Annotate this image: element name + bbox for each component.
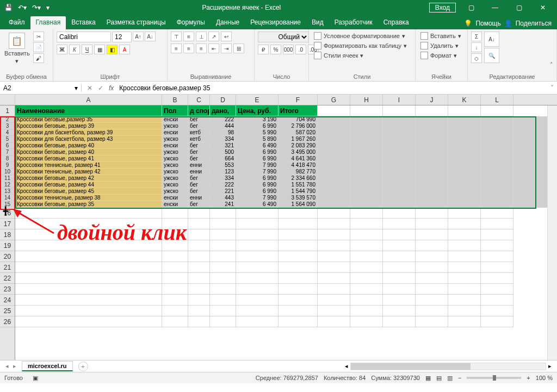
select-all-corner[interactable] bbox=[0, 95, 15, 105]
cell[interactable] bbox=[448, 240, 481, 251]
row-header[interactable]: 25 bbox=[0, 306, 15, 316]
cell[interactable] bbox=[350, 105, 383, 116]
cell[interactable] bbox=[481, 229, 513, 240]
cell[interactable] bbox=[416, 295, 448, 306]
cell[interactable] bbox=[350, 219, 383, 229]
cell[interactable]: енски bbox=[162, 195, 188, 201]
format-as-table-button[interactable]: Форматировать как таблицу▾ bbox=[312, 41, 409, 50]
qat-customize-icon[interactable]: ▾ bbox=[46, 4, 49, 11]
cell[interactable] bbox=[448, 316, 481, 327]
enter-formula-icon[interactable]: ✓ bbox=[98, 84, 103, 92]
paste-button[interactable]: 📋 Вставить ▾ bbox=[3, 32, 31, 66]
cell[interactable]: 4 418 470 bbox=[278, 162, 318, 169]
cell[interactable] bbox=[416, 149, 448, 155]
font-name-input[interactable] bbox=[57, 32, 111, 42]
wrap-text-icon[interactable]: ↩ bbox=[221, 32, 232, 41]
cell[interactable]: 334 bbox=[210, 136, 236, 142]
bold-button[interactable]: Ж bbox=[57, 45, 67, 54]
cell[interactable]: ужско bbox=[162, 188, 188, 195]
cell[interactable] bbox=[448, 188, 481, 195]
cell[interactable]: енски bbox=[162, 116, 188, 123]
cell[interactable] bbox=[448, 149, 481, 155]
cell[interactable] bbox=[448, 219, 481, 229]
cell[interactable]: 664 bbox=[210, 155, 236, 162]
cell[interactable] bbox=[448, 175, 481, 182]
cell[interactable] bbox=[383, 284, 416, 295]
vertical-scrollbar[interactable] bbox=[547, 105, 557, 360]
cell[interactable] bbox=[481, 169, 513, 175]
cell[interactable] bbox=[448, 142, 481, 149]
cell[interactable] bbox=[383, 149, 416, 155]
cell[interactable] bbox=[15, 273, 162, 284]
cell[interactable] bbox=[416, 123, 448, 129]
cell[interactable]: Кроссовки беговые, размер 41 bbox=[15, 155, 162, 162]
find-select-icon[interactable]: 🔍 bbox=[484, 48, 499, 63]
cell[interactable] bbox=[448, 306, 481, 316]
cell[interactable] bbox=[350, 155, 383, 162]
number-format-select[interactable]: Общий bbox=[258, 32, 309, 42]
cell[interactable] bbox=[383, 123, 416, 129]
cell[interactable]: 704 990 bbox=[278, 116, 318, 123]
cell[interactable] bbox=[448, 182, 481, 188]
cell[interactable] bbox=[416, 208, 448, 219]
cell[interactable] bbox=[416, 316, 448, 327]
cell[interactable]: енни bbox=[188, 169, 210, 175]
cell[interactable] bbox=[236, 306, 278, 316]
horizontal-scrollbar[interactable]: ◂ ▸ bbox=[88, 363, 557, 370]
cell[interactable]: Кроссовки для баскетбола, размер 43 bbox=[15, 136, 162, 142]
cell[interactable] bbox=[383, 162, 416, 169]
cell[interactable] bbox=[416, 219, 448, 229]
cell[interactable] bbox=[448, 123, 481, 129]
maximize-icon[interactable]: ▢ bbox=[508, 1, 530, 14]
cell[interactable] bbox=[210, 284, 236, 295]
tab-help[interactable]: Справка bbox=[378, 16, 414, 29]
row-header[interactable]: 21 bbox=[0, 262, 15, 273]
cell[interactable] bbox=[162, 262, 188, 273]
cell[interactable]: 500 bbox=[210, 149, 236, 155]
cell[interactable]: 6 990 bbox=[236, 175, 278, 182]
cell[interactable]: кетб bbox=[188, 129, 210, 136]
cell[interactable] bbox=[481, 208, 513, 219]
cell[interactable] bbox=[318, 219, 350, 229]
cell[interactable] bbox=[188, 316, 210, 327]
cell[interactable]: 241 bbox=[210, 201, 236, 208]
cell[interactable] bbox=[318, 251, 350, 262]
cell[interactable] bbox=[162, 306, 188, 316]
col-header-K[interactable]: K bbox=[448, 95, 481, 105]
cell[interactable] bbox=[481, 295, 513, 306]
cell[interactable] bbox=[318, 262, 350, 273]
row-header[interactable]: 24 bbox=[0, 295, 15, 306]
cell[interactable]: енски bbox=[162, 142, 188, 149]
cell[interactable] bbox=[318, 188, 350, 195]
cell[interactable]: дано, bbox=[210, 105, 236, 116]
cell[interactable] bbox=[318, 182, 350, 188]
conditional-formatting-button[interactable]: Условное форматирование▾ bbox=[312, 32, 407, 40]
cell[interactable] bbox=[162, 316, 188, 327]
cell[interactable] bbox=[318, 201, 350, 208]
clear-icon[interactable]: ◇ bbox=[471, 53, 482, 63]
cell[interactable] bbox=[481, 195, 513, 201]
cell[interactable] bbox=[350, 306, 383, 316]
row-header[interactable]: 26 bbox=[0, 316, 15, 327]
cell[interactable] bbox=[416, 201, 448, 208]
undo-icon[interactable]: ↶▾ bbox=[18, 4, 27, 11]
macro-record-icon[interactable]: ▣ bbox=[33, 375, 38, 382]
cell[interactable]: Кроссовки беговые, размер 35 bbox=[15, 201, 162, 208]
cell[interactable] bbox=[416, 136, 448, 142]
cell[interactable] bbox=[416, 116, 448, 123]
cell[interactable] bbox=[278, 273, 318, 284]
cell[interactable]: 5 890 bbox=[236, 136, 278, 142]
cell[interactable]: 587 020 bbox=[278, 129, 318, 136]
row-header[interactable]: 4 bbox=[0, 129, 15, 136]
cell[interactable] bbox=[350, 129, 383, 136]
cell[interactable]: 5 990 bbox=[236, 129, 278, 136]
cell[interactable] bbox=[350, 169, 383, 175]
cell[interactable] bbox=[383, 251, 416, 262]
cell[interactable] bbox=[318, 169, 350, 175]
cell[interactable] bbox=[350, 123, 383, 129]
cell[interactable] bbox=[236, 251, 278, 262]
cell[interactable] bbox=[383, 129, 416, 136]
tab-insert[interactable]: Вставка bbox=[66, 16, 101, 29]
row-header[interactable]: 13 bbox=[0, 188, 15, 195]
increase-font-icon[interactable]: A↑ bbox=[133, 32, 144, 41]
